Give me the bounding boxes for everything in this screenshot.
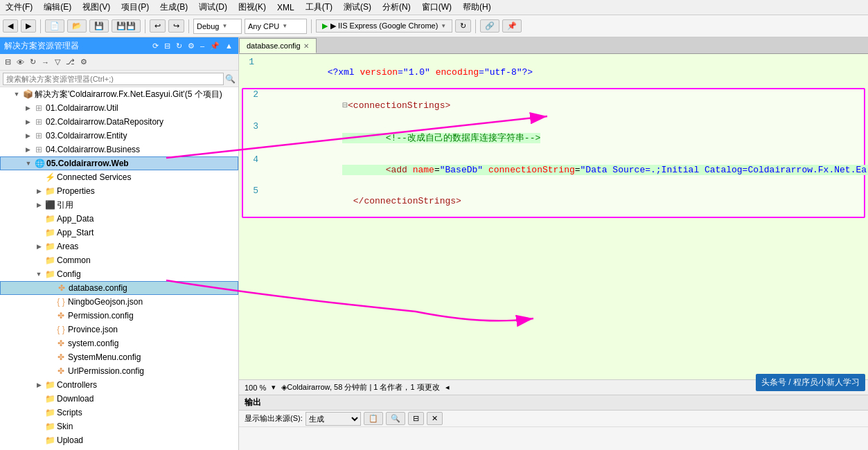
expand-icon[interactable]: ▲ bbox=[224, 42, 234, 50]
toolbar-attach[interactable]: 🔗 bbox=[480, 19, 499, 33]
menu-help[interactable]: 帮助(H) bbox=[460, 1, 494, 13]
tree-item-areas[interactable]: ▶ 📁 Areas bbox=[0, 240, 238, 253]
tree-item-util[interactable]: ▶ ⊞ 01.Coldairarrow.Util bbox=[0, 101, 238, 115]
toolbar-undo[interactable]: ↩ bbox=[150, 19, 166, 33]
output-btn-4[interactable]: ✕ bbox=[427, 412, 443, 425]
tree-item-properties[interactable]: ▶ 📁 Properties bbox=[0, 184, 238, 198]
menu-debug[interactable]: 调试(D) bbox=[196, 1, 230, 13]
tree-item-upload[interactable]: ▶ 📁 Upload bbox=[0, 433, 238, 447]
menu-test[interactable]: 测试(S) bbox=[341, 1, 374, 13]
editor-tab-database-config[interactable]: database.config ✕ bbox=[239, 38, 317, 53]
highlight-box: 2 ⊟<connectionStrings> 3 <!--改成自己的数据库连接字… bbox=[242, 88, 865, 218]
system-label: system.config bbox=[67, 339, 118, 348]
tree-item-common[interactable]: ▶ 📁 Common bbox=[0, 253, 238, 267]
close-icon[interactable]: – bbox=[199, 42, 206, 50]
pin-icon[interactable]: 📌 bbox=[209, 42, 221, 51]
toolbar-pin[interactable]: 📌 bbox=[502, 19, 522, 33]
solution-item[interactable]: ▼ 📦 解决方案'Coldairarrow.Fx.Net.Easyui.Git'… bbox=[0, 87, 238, 101]
controllers-icon: 📁 bbox=[44, 380, 55, 390]
output-btn-1[interactable]: 📋 bbox=[364, 412, 383, 425]
git-btn[interactable]: ⎇ bbox=[64, 57, 77, 67]
tree-item-datarepo[interactable]: ▶ ⊞ 02.Coldairarrow.DataRepository bbox=[0, 115, 238, 129]
toolbar-new[interactable]: 📄 bbox=[45, 19, 64, 33]
code-line-2: 2 ⊟<connectionStrings> bbox=[243, 89, 864, 121]
separator-3 bbox=[188, 19, 189, 33]
toolbar-open[interactable]: 📂 bbox=[67, 19, 87, 33]
tree-item-controllers[interactable]: ▶ 📁 Controllers bbox=[0, 378, 238, 392]
properties-btn[interactable]: ⚙ bbox=[78, 57, 89, 67]
tree-item-appdata[interactable]: ▶ 📁 App_Data bbox=[0, 212, 238, 226]
tree-item-refs[interactable]: ▶ ⬛ 引用 bbox=[0, 198, 238, 212]
business-icon: ⊞ bbox=[33, 145, 44, 154]
solution-expand[interactable]: ▼ bbox=[11, 91, 22, 98]
menu-xml[interactable]: XML bbox=[274, 3, 297, 12]
cpu-mode-dropdown[interactable]: Any CPU ▼ bbox=[245, 19, 307, 34]
tree-item-database-config[interactable]: ▶ ✤ database.config bbox=[0, 281, 238, 295]
show-all-btn[interactable]: 👁 bbox=[15, 57, 26, 67]
left-panel: 解决方案资源管理器 ⟳ ⊟ ↻ ⚙ – 📌 ▲ ⊟ 👁 ↻ → ▽ ⎇ bbox=[0, 37, 239, 450]
refresh-sol-btn[interactable]: ↻ bbox=[28, 57, 38, 67]
tree-item-web[interactable]: ▼ 🌐 05.Coldairarrow.Web bbox=[0, 156, 238, 170]
toolbar-save-all[interactable]: 💾💾 bbox=[112, 19, 141, 33]
tree-item-system[interactable]: ▶ ✤ system.config bbox=[0, 336, 238, 350]
sync-icon[interactable]: ⟳ bbox=[151, 42, 160, 51]
cpu-mode-arrow: ▼ bbox=[282, 23, 287, 29]
tree-item-appstart[interactable]: ▶ 📁 App_Start bbox=[0, 226, 238, 240]
tab-close-btn[interactable]: ✕ bbox=[303, 42, 309, 50]
output-source-select[interactable]: 生成 bbox=[305, 412, 361, 426]
menu-window[interactable]: 窗口(W) bbox=[419, 1, 454, 13]
database-config-label: database.config bbox=[67, 283, 127, 293]
collapse-all-btn[interactable]: ⊟ bbox=[3, 57, 13, 67]
toolbar-refresh[interactable]: ↻ bbox=[455, 19, 471, 33]
run-label: ▶ IIS Express (Google Chrome) bbox=[330, 21, 438, 30]
separator-4 bbox=[311, 19, 312, 33]
search-input[interactable] bbox=[3, 73, 224, 85]
tree-item-config[interactable]: ▼ 📁 Config bbox=[0, 267, 238, 281]
menu-analyze[interactable]: 分析(N) bbox=[380, 1, 414, 13]
filter-icon[interactable]: ⊟ bbox=[163, 42, 172, 51]
line-num-4: 4 bbox=[243, 154, 264, 165]
tree-item-urlpermission[interactable]: ▶ ✤ UrlPermission.config bbox=[0, 364, 238, 378]
menu-build[interactable]: 生成(B) bbox=[157, 1, 191, 13]
tree-item-download[interactable]: ▶ 📁 Download bbox=[0, 392, 238, 406]
nav-to-btn[interactable]: → bbox=[39, 57, 51, 67]
tree-item-connected[interactable]: ▶ ⚡ Connected Services bbox=[0, 170, 238, 184]
filter-sol-btn[interactable]: ▽ bbox=[53, 57, 62, 67]
search-button[interactable]: 🔍 bbox=[225, 74, 236, 84]
upload-label: Upload bbox=[55, 435, 83, 445]
menu-diagram[interactable]: 图视(K) bbox=[236, 1, 269, 13]
menu-tools[interactable]: 工具(T) bbox=[303, 1, 335, 13]
scroll-left[interactable]: ◂ bbox=[445, 383, 450, 392]
config-icon: 📁 bbox=[44, 269, 55, 279]
settings-icon[interactable]: ⚙ bbox=[186, 42, 196, 51]
toolbar-back[interactable]: ◀ bbox=[3, 19, 18, 33]
tree-item-permission[interactable]: ▶ ✤ Permission.config bbox=[0, 309, 238, 323]
debug-mode-dropdown[interactable]: Debug ▼ bbox=[193, 19, 242, 34]
toolbar: ◀ ▶ 📄 📂 💾 💾💾 ↩ ↪ Debug ▼ Any CPU ▼ ▶ ▶ I… bbox=[0, 15, 868, 37]
tree-item-systemmenu[interactable]: ▶ ✤ SystemMenu.config bbox=[0, 350, 238, 364]
tree-item-entity[interactable]: ▶ ⊞ 03.Coldairarrow.Entity bbox=[0, 129, 238, 143]
download-label: Download bbox=[55, 394, 94, 404]
main-layout: 解决方案资源管理器 ⟳ ⊟ ↻ ⚙ – 📌 ▲ ⊟ 👁 ↻ → ▽ ⎇ bbox=[0, 37, 868, 450]
refresh-icon[interactable]: ↻ bbox=[175, 42, 184, 51]
menu-edit[interactable]: 编辑(E) bbox=[41, 1, 74, 13]
output-title-bar: 输出 bbox=[239, 395, 868, 411]
menu-view[interactable]: 视图(V) bbox=[80, 1, 113, 13]
menu-project[interactable]: 项目(P) bbox=[118, 1, 152, 13]
toolbar-forward[interactable]: ▶ bbox=[21, 19, 36, 33]
debug-mode-arrow: ▼ bbox=[222, 23, 227, 29]
tree-item-scripts[interactable]: ▶ 📁 Scripts bbox=[0, 406, 238, 420]
appdata-label: App_Data bbox=[55, 214, 94, 224]
toolbar-redo[interactable]: ↪ bbox=[168, 19, 184, 33]
menu-file[interactable]: 文件(F) bbox=[3, 1, 35, 13]
output-btn-2[interactable]: 🔍 bbox=[386, 412, 405, 425]
run-button[interactable]: ▶ ▶ IIS Express (Google Chrome) ▼ bbox=[316, 19, 452, 33]
editor-area[interactable]: 1 <?xml version="1.0" encoding="utf-8"?>… bbox=[239, 54, 868, 379]
tree-item-province[interactable]: ▶ { } Province.json bbox=[0, 323, 238, 336]
toolbar-save[interactable]: 💾 bbox=[89, 19, 109, 33]
output-btn-3[interactable]: ⊟ bbox=[408, 412, 424, 425]
tree-item-skin[interactable]: ▶ 📁 Skin bbox=[0, 420, 238, 433]
tree-item-ningbo[interactable]: ▶ { } NingboGeojson.json bbox=[0, 295, 238, 309]
tree-item-business[interactable]: ▶ ⊞ 04.Coldairarrow.Business bbox=[0, 143, 238, 156]
tree-item-views[interactable]: ▶ 📁 Views bbox=[0, 447, 238, 450]
